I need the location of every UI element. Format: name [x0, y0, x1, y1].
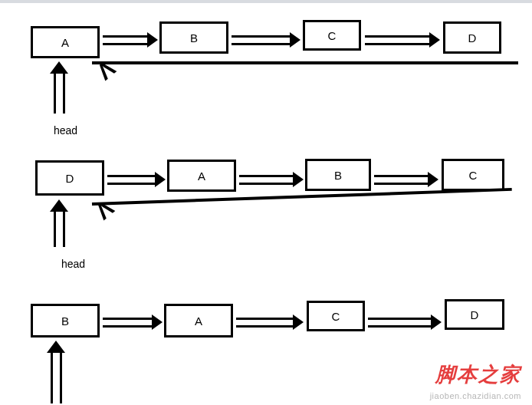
- linked-list-node: A: [31, 26, 100, 58]
- back-edge: [92, 61, 518, 64]
- linked-list-node: D: [35, 160, 104, 196]
- linked-list-node: C: [303, 20, 361, 51]
- linked-list-node: B: [31, 304, 100, 338]
- next-arrow: [232, 32, 299, 48]
- back-edge: [92, 188, 512, 206]
- next-arrow: [365, 32, 438, 48]
- linked-list-node: A: [164, 304, 233, 338]
- node-label: C: [469, 169, 478, 182]
- linked-list-node: D: [443, 21, 501, 54]
- linked-list-node: C: [307, 301, 365, 331]
- node-label: D: [468, 31, 477, 44]
- insert-caret-icon: V: [91, 55, 120, 85]
- node-label: A: [61, 36, 69, 49]
- next-arrow: [103, 314, 161, 330]
- node-label: B: [61, 314, 69, 328]
- insert-caret-icon: V: [90, 195, 118, 225]
- node-label: C: [332, 310, 340, 323]
- watermark-text: 脚本之家: [435, 361, 521, 388]
- head-pointer-arrow: [49, 201, 69, 247]
- watermark-url: jiaoben.chazidian.com: [430, 391, 521, 400]
- linked-list-node: B: [159, 21, 228, 54]
- node-label: A: [198, 170, 205, 183]
- head-pointer-arrow: [46, 342, 66, 403]
- next-arrow: [107, 172, 164, 187]
- head-label: head: [61, 258, 85, 270]
- node-label: A: [195, 314, 202, 328]
- head-pointer-arrow: [49, 63, 69, 114]
- linked-list-node: A: [167, 160, 236, 192]
- linked-list-node: D: [445, 299, 504, 330]
- node-label: C: [328, 29, 337, 42]
- node-label: D: [471, 308, 479, 321]
- linked-list-node: C: [442, 159, 504, 191]
- node-label: B: [334, 169, 342, 182]
- next-arrow: [239, 172, 302, 187]
- next-arrow: [103, 32, 156, 48]
- node-label: B: [190, 31, 198, 44]
- next-arrow: [368, 314, 440, 330]
- diagram-canvas: ABCDVheadDABCVheadBACD: [0, 0, 532, 405]
- head-label: head: [54, 124, 77, 137]
- linked-list-node: B: [305, 159, 371, 191]
- next-arrow: [236, 314, 302, 330]
- next-arrow: [374, 172, 437, 187]
- node-label: D: [66, 172, 74, 185]
